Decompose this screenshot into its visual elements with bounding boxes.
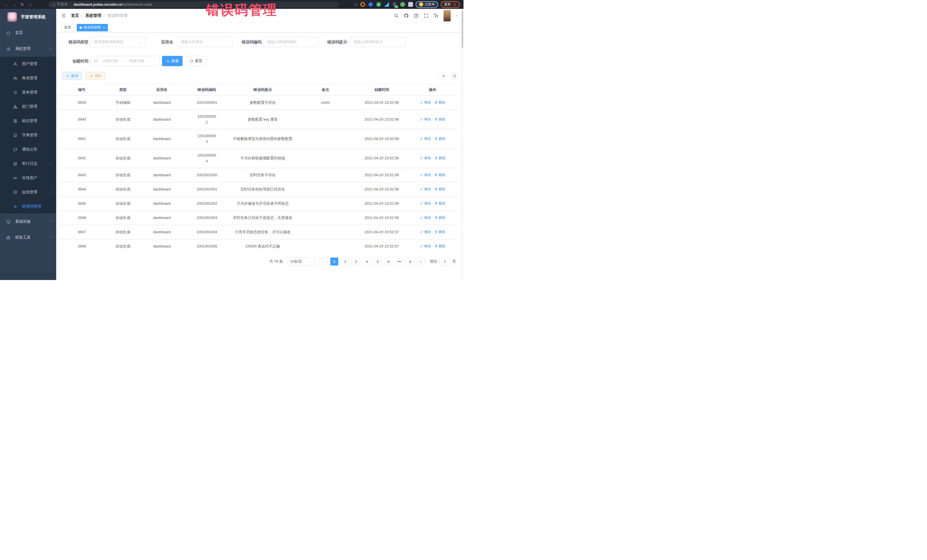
sidebar-item-devtools[interactable]: 研发工具 [0,229,56,246]
delete-link[interactable]: 删除 [435,136,445,141]
delete-link[interactable]: 删除 [435,200,445,206]
scrollbar-thumb[interactable] [462,11,463,48]
search-button[interactable]: 搜索 [162,56,182,66]
next-page-button[interactable]: › [417,258,425,266]
fullscreen-icon[interactable] [424,13,429,18]
delete-link[interactable]: 删除 [435,172,445,178]
edit-link[interactable]: 修改 [420,100,431,105]
github-icon[interactable] [404,13,409,18]
cell-time: 2021-04-20 23:52:57 [357,239,407,253]
add-button[interactable]: 新增 [62,72,82,80]
browser-home-icon[interactable]: ⌂ [26,1,34,8]
delete-link[interactable]: 删除 [435,116,445,122]
edit-link[interactable]: 修改 [420,200,431,206]
table-row: 3946自动生成dashboard1001001003定时任务已经处于该状态，无… [59,211,458,225]
menu-dots-icon[interactable]: ⋮ [453,2,457,6]
bookmark-star-icon[interactable]: ☆ [354,2,357,7]
sidebar-logo[interactable]: 芋道管理系统 [0,9,56,25]
edit-link[interactable]: 修改 [420,243,431,249]
edit-link[interactable]: 修改 [420,186,431,192]
browser-profile-chip[interactable]: 已暂停 [416,1,438,8]
refresh-table-button[interactable] [450,72,458,80]
sidebar-item-errcode[interactable]: 错误码管理 [0,199,56,214]
cell-actions: 修改删除 [407,129,458,149]
ext-icon-switch[interactable]: on [392,2,397,7]
cell-type: 自动生成 [105,110,141,129]
ext-icon-y[interactable]: y [376,2,381,7]
delete-link[interactable]: 删除 [435,155,445,161]
cell-id: 3943 [59,168,105,182]
close-icon[interactable]: × [103,26,105,30]
delete-link[interactable]: 删除 [435,243,445,249]
ext-icon-ring[interactable] [360,2,365,7]
sidebar-item-user[interactable]: 用户管理 [0,57,56,71]
sidebar-item-dict[interactable]: 字典管理 [0,128,56,142]
edit-link[interactable]: 修改 [420,172,431,178]
export-button[interactable]: 导出 [85,72,106,80]
hamburger-icon[interactable] [61,13,67,18]
sidebar-collapse-bar[interactable] [0,273,56,280]
page-button-1[interactable]: 1 [330,258,338,266]
help-icon[interactable] [413,13,419,18]
edit-link[interactable]: 修改 [420,215,431,220]
sidebar-item-notice[interactable]: 通知公告 [0,142,56,156]
more-pages-button[interactable]: ••• [395,258,403,266]
cell-type: 自动生成 [105,211,141,225]
breadcrumb-system[interactable]: 系统管理 [85,13,101,18]
tab-home[interactable]: 首页 [61,24,74,31]
user-avatar[interactable] [444,10,451,21]
page-button-6[interactable]: 6 [384,258,392,266]
sidebar-item-dept[interactable]: 部门管理 [0,100,56,114]
trash-icon [435,216,438,219]
address-bar[interactable]: ⚠ 不安全 dashboard.yudao.iocoder.cn/system/… [49,2,339,8]
header-search-icon[interactable] [394,13,399,18]
reset-button[interactable]: 重置 [186,56,206,66]
sidebar-item-menu[interactable]: 菜单管理 [0,85,56,100]
sidebar-item-home[interactable]: 首页 [0,25,56,41]
page-button-2[interactable]: 2 [341,258,349,266]
error-code-input[interactable]: 请输入错误码编码 [263,37,319,47]
browser-forward-icon[interactable]: → [10,1,18,8]
ext-icon-diamond[interactable] [368,2,373,7]
sidebar-item-role[interactable]: 角色管理 [0,71,56,85]
ext-icon-puzzle[interactable] [408,2,413,7]
sidebar-item-online[interactable]: 在线用户 [0,171,56,185]
edit-link[interactable]: 修改 [420,229,431,235]
page-button-5[interactable]: 5 [374,258,381,266]
delete-link[interactable]: 删除 [435,100,445,105]
edit-link[interactable]: 修改 [420,116,431,122]
ext-icon-grid[interactable] [384,2,389,7]
delete-link[interactable]: 删除 [435,229,445,235]
browser-reload-icon[interactable]: ↻ [18,1,26,8]
sidebar-item-infra[interactable]: 基础设施 [0,214,56,229]
tab-error-code[interactable]: 错误码管理 × [77,24,108,31]
page-button-8[interactable]: 8 [406,258,414,266]
breadcrumb-home[interactable]: 首页 [71,13,79,18]
sidebar-item-sms[interactable]: 短信管理 [0,185,56,199]
browser-update-chip[interactable]: 更新 ⋮ [441,1,460,8]
browser-back-icon[interactable]: ← [2,1,10,8]
goto-page-input[interactable]: 1 [439,258,450,266]
cell-time: 2021-04-20 23:52:56 [357,96,407,110]
show-search-button[interactable] [439,72,448,80]
page-button-3[interactable]: 3 [352,258,360,266]
page-scrollbar[interactable] [461,9,464,280]
sidebar-item-system[interactable]: 系统管理 [0,41,56,57]
delete-link[interactable]: 删除 [435,215,445,220]
sidebar-item-post[interactable]: 岗位管理 [0,114,56,128]
sidebar-item-audit[interactable]: 审计日志 [0,156,56,171]
app-name-input[interactable]: 请输入应用名 [177,37,233,47]
prev-page-button[interactable]: ‹ [319,258,327,266]
cell-time: 2021-04-20 23:52:56 [357,168,407,182]
edit-link[interactable]: 修改 [420,155,431,161]
delete-link[interactable]: 删除 [435,186,445,192]
date-range-picker[interactable]: 开始日期 - 结束日期 [90,56,160,66]
page-size-select[interactable]: 10条/页 ⌄ [287,258,315,266]
font-size-icon[interactable] [433,13,439,18]
edit-link[interactable]: 修改 [420,136,431,141]
ext-icon-leaf[interactable] [400,2,405,7]
page-button-4[interactable]: 4 [363,258,371,266]
error-hint-input[interactable]: 请输入错误码提示 [350,37,406,47]
chevron-down-icon[interactable]: ▾ [456,14,457,18]
error-type-select[interactable]: 请选择错误码类型 ⌄ [90,37,146,47]
